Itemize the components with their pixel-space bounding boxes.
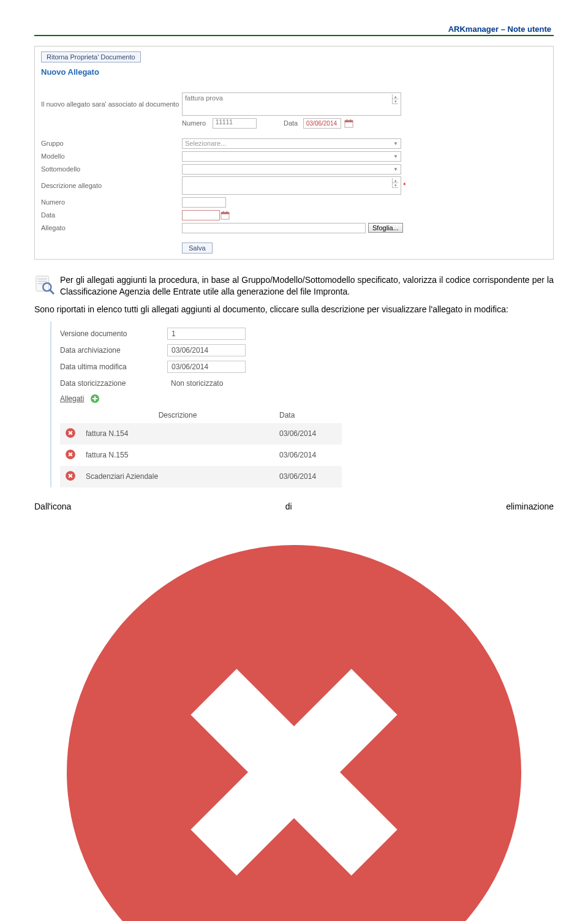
chevron-down-icon: ▼ xyxy=(393,167,398,172)
svg-rect-5 xyxy=(221,212,229,214)
assoc-doc-textarea[interactable]: fattura prova ▴▾ xyxy=(182,92,401,116)
header-rule xyxy=(34,35,554,36)
sottomodello-select[interactable]: ▼ xyxy=(182,164,401,175)
table-row: fattura N.155 03/06/2014 xyxy=(60,445,342,466)
th-data: Data xyxy=(274,407,342,423)
chevron-down-icon: ▼ xyxy=(393,154,398,159)
numero2-input[interactable] xyxy=(182,197,226,208)
save-button[interactable]: Salva xyxy=(182,242,213,254)
row-data: 03/06/2014 xyxy=(274,423,342,445)
numero-input[interactable]: 11111 xyxy=(213,118,257,129)
paragraph-1: Per gli allegati aggiunti la procedura, … xyxy=(60,274,554,298)
magnifier-icon xyxy=(34,274,55,295)
return-properties-button[interactable]: Ritorna Proprieta' Documento xyxy=(41,51,141,62)
descrizione-label: Descrizione allegato xyxy=(41,182,182,189)
chevron-down-icon: ▼ xyxy=(393,141,398,146)
row-descr[interactable]: Scadenziari Aziendale xyxy=(81,466,274,487)
screenshot-nuovo-allegato: Ritorna Proprieta' Documento Nuovo Alleg… xyxy=(34,46,554,260)
numero-label: Numero xyxy=(182,119,210,127)
modello-select[interactable]: ▼ xyxy=(182,151,401,162)
table-row: Scadenziari Aziendale 03/06/2014 xyxy=(60,466,342,487)
numero2-label: Numero xyxy=(41,198,182,206)
data-label: Data xyxy=(284,119,301,127)
gruppo-label: Gruppo xyxy=(41,140,182,147)
allegato-label: Allegato xyxy=(41,224,182,231)
calendar-icon[interactable] xyxy=(344,119,353,128)
calendar-icon[interactable] xyxy=(221,211,230,220)
svg-rect-6 xyxy=(223,211,224,212)
row-descr[interactable]: fattura N.154 xyxy=(81,423,274,445)
data-storicizzazione-value: Non storicizzato xyxy=(167,377,246,389)
data-input[interactable]: 03/06/2014 xyxy=(303,118,341,129)
data2-label: Data xyxy=(41,211,182,219)
table-row: fattura N.154 03/06/2014 xyxy=(60,423,342,445)
sottomodello-label: Sottomodello xyxy=(41,165,182,173)
paragraph-eliminazione: Dall'icona di eliminazione è possibile e… xyxy=(34,501,554,921)
gruppo-select[interactable]: Selezionare... ▼ xyxy=(182,138,401,149)
svg-rect-7 xyxy=(226,211,227,212)
form-title: Nuovo Allegato xyxy=(41,67,547,77)
delete-icon[interactable] xyxy=(65,432,76,440)
delete-icon[interactable] xyxy=(65,453,76,462)
descrizione-textarea[interactable]: ▴▾ xyxy=(182,176,401,195)
svg-line-13 xyxy=(50,290,54,294)
data-archiviazione-value: 03/06/2014 xyxy=(167,344,246,356)
assoc-doc-label: Il nuovo allegato sara' associato al doc… xyxy=(41,100,182,108)
paragraph-2: Sono riportati in elenco tutti gli alleg… xyxy=(34,304,554,315)
required-marker: * xyxy=(403,181,406,190)
svg-rect-16 xyxy=(92,398,97,399)
delete-icon[interactable] xyxy=(65,475,76,483)
modello-label: Modello xyxy=(41,152,182,160)
gruppo-placeholder: Selezionare... xyxy=(185,140,226,147)
allegati-link[interactable]: Allegati xyxy=(60,394,84,403)
data-modifica-label: Data ultima modifica xyxy=(60,363,167,371)
assoc-doc-value: fattura prova xyxy=(185,94,223,102)
row-data: 03/06/2014 xyxy=(274,466,342,487)
data-archiviazione-label: Data archiviazione xyxy=(60,346,167,355)
svg-rect-3 xyxy=(350,119,351,121)
svg-rect-1 xyxy=(345,120,353,122)
row-descr[interactable]: fattura N.155 xyxy=(81,445,274,466)
data-storicizzazione-label: Data storicizzazione xyxy=(60,379,167,388)
versione-value: 1 xyxy=(167,328,246,340)
row-data: 03/06/2014 xyxy=(274,445,342,466)
add-icon[interactable] xyxy=(90,394,100,404)
page-header: ARKmanager – Note utente xyxy=(34,24,554,34)
data2-input[interactable] xyxy=(182,210,220,220)
screenshot-allegati-list: Versione documento1 Data archiviazione03… xyxy=(50,321,344,487)
data-modifica-value: 03/06/2014 xyxy=(167,361,246,373)
browse-button[interactable]: Sfoglia... xyxy=(368,223,403,233)
allegato-path-input[interactable] xyxy=(182,223,366,233)
th-descrizione: Descrizione xyxy=(81,407,274,423)
svg-rect-2 xyxy=(347,119,348,121)
versione-label: Versione documento xyxy=(60,329,167,338)
allegati-table: Descrizione Data fattura N.154 03/06/201… xyxy=(60,407,342,487)
